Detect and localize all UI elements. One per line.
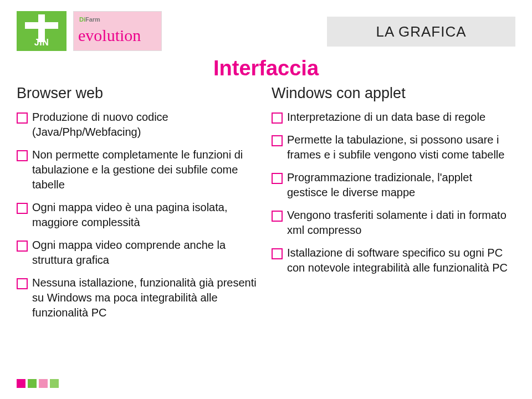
list-item: Permette la tabulazione, si possono usar…	[272, 132, 515, 162]
list-item: Istallazione di software specifico su og…	[272, 245, 515, 275]
slide: JIN DiFarm evolution LA GRAFICA Interfac…	[0, 0, 532, 399]
footer-decoration	[17, 379, 59, 388]
section-tag: LA GRAFICA	[327, 17, 515, 47]
list-item: Vengono trasferiti solamente i dati in f…	[272, 208, 515, 238]
list-item: Ogni mappa video è una pagina isolata, m…	[17, 200, 260, 230]
list-item: Interpretazione di un data base di regol…	[272, 110, 515, 125]
logo-evo-script: evolution	[78, 26, 141, 45]
dot-icon	[17, 379, 25, 388]
dot-icon	[39, 379, 48, 388]
logo-evo-brand: DiFarm	[79, 16, 100, 23]
list-item: Produzione di nuovo codice (Java/Php/Web…	[17, 110, 260, 140]
list-item: Ogni mappa video comprende anche la stru…	[17, 238, 260, 268]
columns: Browser web Produzione di nuovo codice (…	[17, 85, 515, 328]
right-column: Windows con applet Interpretazione di un…	[272, 85, 515, 328]
right-heading: Windows con applet	[272, 85, 515, 102]
left-column: Browser web Produzione di nuovo codice (…	[17, 85, 260, 328]
logo-evolution: DiFarm evolution	[73, 11, 162, 51]
dot-icon	[50, 379, 59, 388]
left-heading: Browser web	[17, 85, 260, 102]
logo-jin: JIN	[17, 11, 66, 51]
list-item: Non permette completamente le funzioni d…	[17, 147, 260, 192]
page-title: Interfaccia	[17, 57, 515, 80]
list-item: Nessuna istallazione, funzionalità già p…	[17, 275, 260, 320]
dot-icon	[28, 379, 37, 388]
list-item: Programmazione tradizionale, l'applet ge…	[272, 170, 515, 200]
logo-jin-text: JIN	[17, 38, 66, 48]
